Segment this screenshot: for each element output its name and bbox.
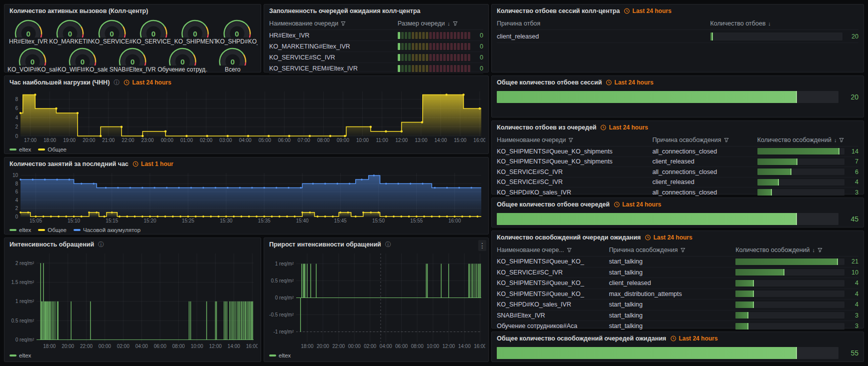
table-row[interactable]: KO_SHIPMENTS#Queue_KO_shipmentsclient_re… [497, 157, 858, 168]
filter-icon[interactable] [817, 248, 822, 252]
panel-active-calls: Количество активных вызовов (Колл-центр)… [4, 4, 261, 72]
svg-text:00:00: 00:00 [348, 344, 361, 349]
panel-title[interactable]: Общее количество отбоев сессий [497, 79, 602, 86]
filter-icon[interactable] [341, 21, 346, 26]
svg-text:08:00: 08:00 [411, 344, 423, 349]
legend-item[interactable]: eltex [10, 227, 31, 233]
table-row[interactable]: KO_SHIPMENTS#Queue_KO_client_released4 [497, 278, 858, 289]
svg-text:4: 4 [15, 198, 18, 203]
svg-text:2 req/m²: 2 req/m² [16, 260, 35, 266]
svg-text:0: 0 [15, 134, 18, 139]
info-icon[interactable]: ⓘ [114, 80, 120, 86]
panel-title[interactable]: Количество отбоев из очередей [497, 124, 596, 131]
table-row[interactable]: KO_SHPD#KO_sales_IVRall_connections_clos… [497, 188, 858, 198]
count-bar [757, 168, 844, 175]
count-bar [710, 32, 842, 40]
info-icon[interactable]: ⓘ [98, 242, 104, 248]
legend-item[interactable]: eltex [10, 146, 31, 152]
panel-title[interactable]: Количество отбоев сессий колл-центра [497, 8, 620, 14]
session-rejects-table: Причина отбоя Количество отбоев↓ client_… [492, 18, 863, 43]
clock-icon [606, 80, 612, 86]
gauge-marketing: 0KO_MARKETING#... [49, 18, 91, 44]
chart-legend: eltex [5, 352, 261, 360]
table-row[interactable]: HR#Eltex_IVR0 [269, 30, 483, 41]
panel-title[interactable]: Количество активных вызовов (Колл-центр) [10, 8, 148, 14]
gauge-value: 0 [174, 30, 216, 38]
filter-icon[interactable] [680, 248, 685, 252]
filter-icon[interactable] [724, 138, 729, 142]
legend-item[interactable]: eltex [10, 352, 31, 358]
sort-desc-icon[interactable]: ↓ [812, 247, 815, 253]
column-header-reason[interactable]: Причина освобождения [609, 246, 735, 254]
panel-menu-icon[interactable]: ⋮ [478, 240, 486, 251]
time-range-indicator: Last 1 hour [133, 160, 174, 168]
filter-icon[interactable] [839, 138, 844, 142]
svg-text:18:00: 18:00 [44, 138, 56, 143]
column-header-count[interactable]: Количество отбоев↓ [710, 20, 858, 27]
info-icon[interactable]: ⓘ [385, 242, 391, 248]
zanyatiya-chart[interactable]: 15:0515:1015:1515:2015:2515:3015:3515:40… [9, 170, 485, 224]
svg-text:04:00: 04:00 [136, 344, 148, 349]
table-row[interactable]: KO_SHPD#KO_sales_IVRstart_talking4 [497, 300, 858, 310]
filter-icon[interactable] [568, 138, 573, 142]
filter-icon[interactable] [567, 248, 572, 252]
svg-text:00:00: 00:00 [99, 344, 111, 349]
column-header-queue[interactable]: Наименование очере... [497, 246, 609, 254]
table-row[interactable]: KO_SHIPMENTS#Queue_KO_max_distribution_a… [497, 289, 858, 300]
column-header-queue-size[interactable]: Размер очереди↓ [398, 20, 483, 27]
table-row[interactable]: Обучение сотрудников#Асаstart_talking3 [497, 321, 858, 332]
sort-desc-icon[interactable]: ↓ [768, 20, 771, 26]
legend-item[interactable]: Общее [38, 146, 67, 152]
panel-title[interactable]: Прирост интенсивности обращений [269, 241, 381, 248]
panel-title[interactable]: Общее количество освобождений очередей о… [497, 335, 666, 342]
svg-text:12:00: 12:00 [395, 138, 408, 143]
column-header-reason[interactable]: Причина отбоя [497, 20, 710, 27]
table-row[interactable]: KO_SERVICE#SC_IVR0 [269, 52, 483, 63]
table-row[interactable]: KO_MARKETING#Eltex_IVR0 [269, 41, 483, 52]
time-range-indicator: Last 24 hours [614, 201, 661, 208]
table-row[interactable]: SNAB#Eltex_IVRstart_talking3 [497, 310, 858, 322]
prirost-chart[interactable]: 18:0020:0022:0000:0002:0004:0006:0008:00… [268, 251, 485, 350]
table-row[interactable]: KO_SHIPMENTS#Queue_KO_start_talking21 [497, 256, 858, 268]
gauge-value: 0 [133, 30, 174, 38]
clock-icon [670, 336, 676, 342]
legend-item[interactable]: Общее [38, 227, 67, 233]
svg-text:20:00: 20:00 [317, 344, 329, 349]
filter-icon[interactable] [453, 21, 458, 26]
table-row[interactable]: client_released 20 [497, 30, 858, 43]
svg-text:23:00: 23:00 [141, 138, 154, 143]
panel-chnn: Час наибольшей нагрузки (ЧНН) ⓘ Last 24 … [4, 76, 489, 154]
panel-intensity: Интенсивность обращений ⓘ 18:0020:0022:0… [4, 238, 261, 362]
panel-title[interactable]: Заполненность очередей ожидания колл-цен… [269, 8, 420, 14]
queue-fill-table: Наименование очереди Размер очереди↓ HR#… [264, 18, 488, 85]
table-row[interactable]: KO_SERVICE#SC_IVRstart_talking10 [497, 268, 858, 278]
table-row[interactable]: KO_SERVICE_REM#Eltex_IVR0 [269, 63, 483, 74]
column-header-count[interactable]: Количество особождений↓ [757, 136, 858, 144]
chnn-chart[interactable]: 17:0018:0019:0020:0021:0022:0023:0000:00… [9, 89, 485, 144]
intensity-chart[interactable]: 18:0020:0022:0000:0002:0004:0006:0008:00… [9, 251, 258, 350]
gauge-label: KO_SERVICE#SC_I... [91, 38, 133, 45]
svg-text:14:00: 14:00 [434, 138, 447, 143]
panel-title[interactable]: Количество освобождений очереди ожидания [497, 234, 641, 241]
queue-rejects-table: Наименование очереди Причина освобождени… [492, 134, 863, 198]
sort-desc-icon[interactable]: ↓ [447, 20, 450, 26]
table-row[interactable]: KO_SERVICE#SC_IVRall_connections_closed6 [497, 167, 858, 178]
column-header-queue-name[interactable]: Наименование очереди [269, 20, 398, 27]
table-row[interactable]: KO_SERVICE#SC_IVRclient_released4 [497, 178, 858, 188]
panel-queue-rejects: Количество отбоев из очередей Last 24 ho… [491, 120, 864, 194]
sort-desc-icon[interactable]: ↓ [834, 137, 837, 143]
gauge-value: 0 [208, 58, 258, 66]
panel-title[interactable]: Количество занятий за последний час [10, 160, 129, 168]
panel-title[interactable]: Час наибольшей нагрузки (ЧНН) [10, 79, 110, 86]
svg-text:2: 2 [15, 124, 18, 130]
legend-item[interactable]: eltex [269, 352, 291, 358]
column-header-queue[interactable]: Наименование очереди [497, 136, 652, 144]
panel-title[interactable]: Интенсивность обращений [10, 241, 94, 248]
panel-title[interactable]: Общее количество отбоев очередей [497, 201, 610, 208]
gauge-service: 0KO_SERVICE#SC_I... [91, 18, 133, 44]
column-header-reason[interactable]: Причина освобождения [652, 136, 757, 144]
column-header-count[interactable]: Количество особождений↓ [735, 246, 858, 254]
clock-icon [645, 234, 651, 240]
table-row[interactable]: KO_SHIPMENTS#Queue_KO_shipmentsall_conne… [497, 146, 858, 157]
legend-item[interactable]: Часовой аккумулятор [74, 227, 141, 233]
